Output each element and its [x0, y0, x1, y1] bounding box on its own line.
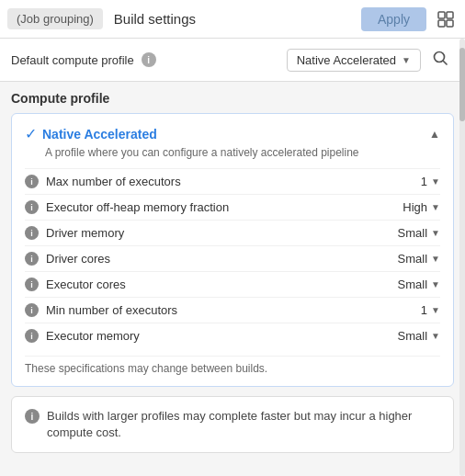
setting-row: iExecutor memorySmall▼	[25, 323, 440, 348]
setting-label: Driver cores	[46, 252, 398, 266]
setting-value-text: Small	[398, 278, 428, 291]
setting-value-text: Small	[398, 252, 428, 266]
build-settings-title: Build settings	[110, 11, 354, 27]
check-icon: ✓	[25, 125, 37, 142]
profile-description: A profile where you can configure a nati…	[25, 146, 440, 159]
compute-profile-info-icon[interactable]: i	[142, 52, 156, 67]
profile-name-row: ✓ Native Accelerated	[25, 125, 157, 142]
setting-info-icon[interactable]: i	[25, 226, 39, 240]
scroll-thumb	[459, 48, 465, 121]
setting-label: Executor cores	[46, 278, 398, 291]
setting-label: Max number of executors	[46, 175, 421, 188]
chevron-down-icon: ▼	[431, 176, 440, 187]
setting-row: iExecutor off-heap memory fractionHigh▼	[25, 194, 440, 220]
header-bar: (Job grouping) Build settings Apply	[0, 0, 465, 39]
setting-value-text: High	[403, 200, 427, 214]
setting-value-dropdown[interactable]: Small▼	[398, 226, 440, 240]
layout-icon	[437, 11, 454, 28]
setting-info-icon[interactable]: i	[25, 252, 39, 266]
chevron-down-icon: ▼	[402, 55, 411, 65]
sub-header: Default compute profile i Native Acceler…	[0, 39, 465, 82]
search-icon	[432, 50, 448, 66]
profile-dropdown-value: Native Accelerated	[297, 53, 396, 67]
setting-info-icon[interactable]: i	[25, 175, 39, 188]
job-grouping-tab[interactable]: (Job grouping)	[7, 8, 103, 29]
main-content: Compute profile ✓ Native Accelerated ▲ A…	[0, 82, 465, 462]
profile-card-header: ✓ Native Accelerated ▲	[25, 125, 440, 142]
apply-button[interactable]: Apply	[361, 7, 426, 31]
svg-line-5	[444, 62, 448, 65]
setting-value-dropdown[interactable]: Small▼	[398, 252, 440, 266]
profile-dropdown[interactable]: Native Accelerated ▼	[287, 49, 421, 72]
svg-rect-1	[447, 12, 453, 18]
info-notice: i Builds with larger profiles may comple…	[11, 396, 454, 453]
collapse-icon[interactable]: ▲	[429, 128, 440, 141]
svg-rect-0	[438, 12, 445, 18]
setting-row: iMin number of executors1▼	[25, 297, 440, 323]
setting-value-dropdown[interactable]: 1▼	[421, 175, 440, 188]
setting-value-text: Small	[398, 329, 428, 343]
svg-rect-3	[447, 20, 453, 27]
search-button[interactable]	[426, 48, 454, 72]
setting-value-text: Small	[398, 226, 428, 240]
setting-value-dropdown[interactable]: High▼	[403, 200, 440, 214]
setting-label: Executor off-heap memory fraction	[46, 200, 403, 214]
setting-info-icon[interactable]: i	[25, 329, 39, 343]
setting-row: iMax number of executors1▼	[25, 168, 440, 194]
setting-value-dropdown[interactable]: Small▼	[398, 278, 440, 291]
profile-name: Native Accelerated	[42, 127, 157, 142]
setting-label: Min number of executors	[46, 303, 421, 317]
setting-row: iDriver coresSmall▼	[25, 245, 440, 271]
setting-value-text: 1	[421, 175, 427, 188]
setting-row: iDriver memorySmall▼	[25, 220, 440, 245]
chevron-down-icon: ▼	[431, 202, 440, 212]
settings-container: iMax number of executors1▼iExecutor off-…	[25, 168, 440, 348]
svg-rect-2	[438, 20, 445, 27]
chevron-down-icon: ▼	[431, 228, 440, 238]
setting-info-icon[interactable]: i	[25, 200, 39, 214]
profile-card: ✓ Native Accelerated ▲ A profile where y…	[11, 113, 454, 387]
svg-point-4	[435, 52, 445, 62]
chevron-down-icon: ▼	[431, 331, 440, 341]
chevron-down-icon: ▼	[431, 279, 440, 289]
default-compute-profile-label: Default compute profile	[11, 53, 134, 67]
chevron-down-icon: ▼	[431, 254, 440, 264]
section-title: Compute profile	[11, 91, 454, 106]
setting-info-icon[interactable]: i	[25, 278, 39, 291]
profile-note: These specifications may change between …	[25, 356, 440, 375]
setting-label: Driver memory	[46, 226, 398, 240]
setting-info-icon[interactable]: i	[25, 303, 39, 317]
notice-info-icon: i	[25, 409, 40, 424]
setting-value-dropdown[interactable]: Small▼	[398, 329, 440, 343]
setting-value-text: 1	[421, 303, 427, 317]
setting-value-dropdown[interactable]: 1▼	[421, 303, 440, 317]
chevron-down-icon: ▼	[431, 305, 440, 315]
setting-label: Executor memory	[46, 329, 398, 343]
layout-icon-button[interactable]	[434, 7, 458, 31]
setting-row: iExecutor coresSmall▼	[25, 271, 440, 297]
scroll-track[interactable]	[459, 39, 465, 476]
notice-text: Builds with larger profiles may complete…	[47, 408, 440, 441]
